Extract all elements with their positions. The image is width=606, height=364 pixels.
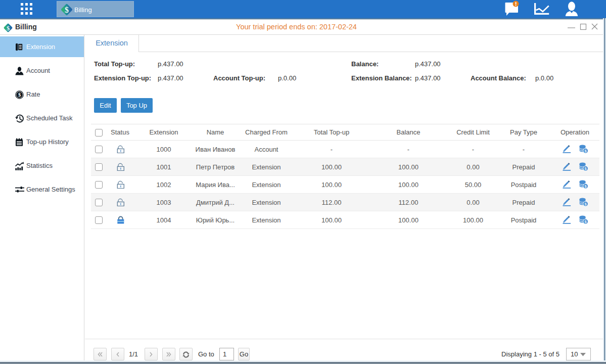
- svg-text:$: $: [65, 6, 69, 14]
- svg-text:$: $: [18, 92, 21, 98]
